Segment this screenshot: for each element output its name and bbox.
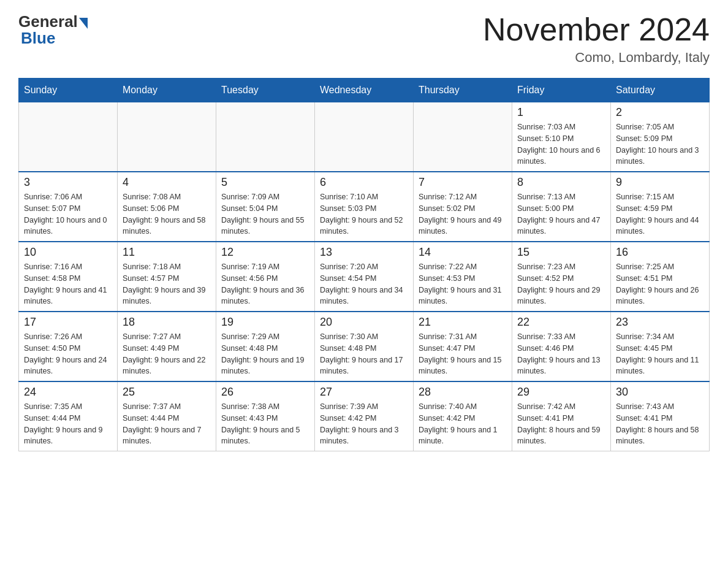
day-number: 16 xyxy=(616,246,704,259)
calendar-table: SundayMondayTuesdayWednesdayThursdayFrid… xyxy=(18,78,710,451)
calendar-day-cell: 5Sunrise: 7:09 AM Sunset: 5:04 PM Daylig… xyxy=(216,172,315,242)
calendar-week-row: 17Sunrise: 7:26 AM Sunset: 4:50 PM Dayli… xyxy=(19,312,710,381)
calendar-day-cell: 29Sunrise: 7:42 AM Sunset: 4:41 PM Dayli… xyxy=(512,381,611,451)
day-info: Sunrise: 7:35 AM Sunset: 4:44 PM Dayligh… xyxy=(24,401,112,447)
calendar-day-cell xyxy=(414,102,512,172)
day-number: 14 xyxy=(419,246,507,259)
day-number: 19 xyxy=(221,316,309,329)
calendar-week-row: 3Sunrise: 7:06 AM Sunset: 5:07 PM Daylig… xyxy=(19,172,710,242)
calendar-week-row: 10Sunrise: 7:16 AM Sunset: 4:58 PM Dayli… xyxy=(19,242,710,312)
calendar-day-cell: 11Sunrise: 7:18 AM Sunset: 4:57 PM Dayli… xyxy=(118,242,216,312)
calendar-day-cell xyxy=(315,102,414,172)
calendar-day-cell: 6Sunrise: 7:10 AM Sunset: 5:03 PM Daylig… xyxy=(315,172,414,242)
day-number: 1 xyxy=(517,106,605,119)
day-info: Sunrise: 7:30 AM Sunset: 4:48 PM Dayligh… xyxy=(320,331,408,377)
day-info: Sunrise: 7:13 AM Sunset: 5:00 PM Dayligh… xyxy=(517,191,605,237)
calendar-day-cell: 19Sunrise: 7:29 AM Sunset: 4:48 PM Dayli… xyxy=(216,312,315,381)
day-number: 24 xyxy=(24,386,112,399)
day-info: Sunrise: 7:31 AM Sunset: 4:47 PM Dayligh… xyxy=(419,331,507,377)
day-number: 18 xyxy=(123,316,211,329)
day-info: Sunrise: 7:29 AM Sunset: 4:48 PM Dayligh… xyxy=(221,331,309,377)
day-info: Sunrise: 7:33 AM Sunset: 4:46 PM Dayligh… xyxy=(517,331,605,377)
calendar-day-cell: 12Sunrise: 7:19 AM Sunset: 4:56 PM Dayli… xyxy=(216,242,315,312)
day-info: Sunrise: 7:08 AM Sunset: 5:06 PM Dayligh… xyxy=(123,191,211,237)
day-info: Sunrise: 7:39 AM Sunset: 4:42 PM Dayligh… xyxy=(320,401,408,447)
logo-blue-text: Blue xyxy=(21,29,55,48)
calendar-day-cell: 28Sunrise: 7:40 AM Sunset: 4:42 PM Dayli… xyxy=(414,381,512,451)
day-number: 17 xyxy=(24,316,112,329)
calendar-day-cell: 15Sunrise: 7:23 AM Sunset: 4:52 PM Dayli… xyxy=(512,242,611,312)
day-number: 27 xyxy=(320,386,408,399)
calendar-day-cell xyxy=(118,102,216,172)
calendar-day-cell: 20Sunrise: 7:30 AM Sunset: 4:48 PM Dayli… xyxy=(315,312,414,381)
calendar-title: November 2024 xyxy=(483,12,710,47)
calendar-day-cell: 2Sunrise: 7:05 AM Sunset: 5:09 PM Daylig… xyxy=(611,102,710,172)
day-number: 4 xyxy=(123,176,211,189)
logo-arrow-icon xyxy=(79,18,88,29)
calendar-day-cell: 26Sunrise: 7:38 AM Sunset: 4:43 PM Dayli… xyxy=(216,381,315,451)
calendar-day-cell: 24Sunrise: 7:35 AM Sunset: 4:44 PM Dayli… xyxy=(19,381,118,451)
calendar-day-cell: 8Sunrise: 7:13 AM Sunset: 5:00 PM Daylig… xyxy=(512,172,611,242)
calendar-day-cell: 13Sunrise: 7:20 AM Sunset: 4:54 PM Dayli… xyxy=(315,242,414,312)
day-info: Sunrise: 7:10 AM Sunset: 5:03 PM Dayligh… xyxy=(320,191,408,237)
calendar-day-cell: 3Sunrise: 7:06 AM Sunset: 5:07 PM Daylig… xyxy=(19,172,118,242)
day-number: 15 xyxy=(517,246,605,259)
calendar-week-row: 1Sunrise: 7:03 AM Sunset: 5:10 PM Daylig… xyxy=(19,102,710,172)
day-info: Sunrise: 7:22 AM Sunset: 4:53 PM Dayligh… xyxy=(419,261,507,307)
day-number: 9 xyxy=(616,176,704,189)
day-info: Sunrise: 7:16 AM Sunset: 4:58 PM Dayligh… xyxy=(24,261,112,307)
day-number: 23 xyxy=(616,316,704,329)
calendar-day-cell: 18Sunrise: 7:27 AM Sunset: 4:49 PM Dayli… xyxy=(118,312,216,381)
calendar-day-cell: 7Sunrise: 7:12 AM Sunset: 5:02 PM Daylig… xyxy=(414,172,512,242)
day-info: Sunrise: 7:06 AM Sunset: 5:07 PM Dayligh… xyxy=(24,191,112,237)
day-number: 28 xyxy=(419,386,507,399)
day-number: 2 xyxy=(616,106,704,119)
day-number: 20 xyxy=(320,316,408,329)
calendar-day-cell: 10Sunrise: 7:16 AM Sunset: 4:58 PM Dayli… xyxy=(19,242,118,312)
day-number: 12 xyxy=(221,246,309,259)
day-number: 3 xyxy=(24,176,112,189)
day-info: Sunrise: 7:38 AM Sunset: 4:43 PM Dayligh… xyxy=(221,401,309,447)
day-info: Sunrise: 7:43 AM Sunset: 4:41 PM Dayligh… xyxy=(616,401,704,447)
day-info: Sunrise: 7:40 AM Sunset: 4:42 PM Dayligh… xyxy=(419,401,507,447)
day-info: Sunrise: 7:18 AM Sunset: 4:57 PM Dayligh… xyxy=(123,261,211,307)
title-area: November 2024 Como, Lombardy, Italy xyxy=(483,12,710,66)
weekday-header-monday: Monday xyxy=(118,79,216,102)
logo: General Blue xyxy=(18,12,88,48)
day-number: 11 xyxy=(123,246,211,259)
calendar-day-cell: 14Sunrise: 7:22 AM Sunset: 4:53 PM Dayli… xyxy=(414,242,512,312)
calendar-day-cell: 27Sunrise: 7:39 AM Sunset: 4:42 PM Dayli… xyxy=(315,381,414,451)
day-info: Sunrise: 7:37 AM Sunset: 4:44 PM Dayligh… xyxy=(123,401,211,447)
day-info: Sunrise: 7:05 AM Sunset: 5:09 PM Dayligh… xyxy=(616,121,704,167)
day-info: Sunrise: 7:25 AM Sunset: 4:51 PM Dayligh… xyxy=(616,261,704,307)
calendar-day-cell: 22Sunrise: 7:33 AM Sunset: 4:46 PM Dayli… xyxy=(512,312,611,381)
day-number: 7 xyxy=(419,176,507,189)
calendar-day-cell: 25Sunrise: 7:37 AM Sunset: 4:44 PM Dayli… xyxy=(118,381,216,451)
calendar-day-cell xyxy=(216,102,315,172)
day-info: Sunrise: 7:19 AM Sunset: 4:56 PM Dayligh… xyxy=(221,261,309,307)
calendar-day-cell: 23Sunrise: 7:34 AM Sunset: 4:45 PM Dayli… xyxy=(611,312,710,381)
day-number: 30 xyxy=(616,386,704,399)
calendar-day-cell: 1Sunrise: 7:03 AM Sunset: 5:10 PM Daylig… xyxy=(512,102,611,172)
day-info: Sunrise: 7:42 AM Sunset: 4:41 PM Dayligh… xyxy=(517,401,605,447)
day-number: 25 xyxy=(123,386,211,399)
weekday-header-sunday: Sunday xyxy=(19,79,118,102)
day-number: 5 xyxy=(221,176,309,189)
calendar-day-cell: 21Sunrise: 7:31 AM Sunset: 4:47 PM Dayli… xyxy=(414,312,512,381)
day-number: 6 xyxy=(320,176,408,189)
day-info: Sunrise: 7:27 AM Sunset: 4:49 PM Dayligh… xyxy=(123,331,211,377)
weekday-header-thursday: Thursday xyxy=(414,79,512,102)
day-info: Sunrise: 7:12 AM Sunset: 5:02 PM Dayligh… xyxy=(419,191,507,237)
calendar-header-row: SundayMondayTuesdayWednesdayThursdayFrid… xyxy=(19,79,710,102)
calendar-day-cell: 16Sunrise: 7:25 AM Sunset: 4:51 PM Dayli… xyxy=(611,242,710,312)
day-number: 8 xyxy=(517,176,605,189)
day-number: 29 xyxy=(517,386,605,399)
day-info: Sunrise: 7:26 AM Sunset: 4:50 PM Dayligh… xyxy=(24,331,112,377)
day-info: Sunrise: 7:15 AM Sunset: 4:59 PM Dayligh… xyxy=(616,191,704,237)
calendar-day-cell: 4Sunrise: 7:08 AM Sunset: 5:06 PM Daylig… xyxy=(118,172,216,242)
day-info: Sunrise: 7:03 AM Sunset: 5:10 PM Dayligh… xyxy=(517,121,605,167)
weekday-header-wednesday: Wednesday xyxy=(315,79,414,102)
day-number: 10 xyxy=(24,246,112,259)
day-number: 26 xyxy=(221,386,309,399)
day-info: Sunrise: 7:34 AM Sunset: 4:45 PM Dayligh… xyxy=(616,331,704,377)
